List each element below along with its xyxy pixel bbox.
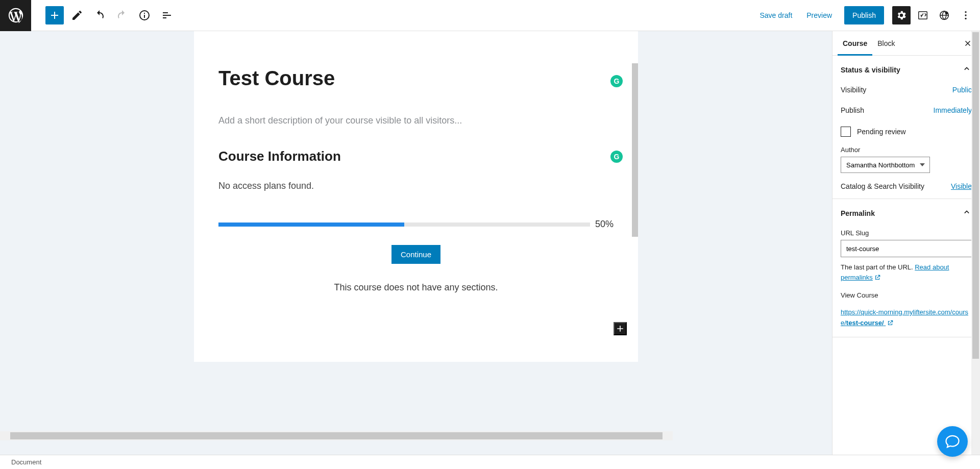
chevron-up-icon [962,207,972,219]
outline-button[interactable] [158,6,176,24]
tab-course[interactable]: Course [838,31,872,56]
external-link-icon [887,319,894,327]
horizontal-scrollbar[interactable] [0,431,673,440]
grammarly-icon[interactable]: G [610,75,623,87]
panel-status-visibility: Status & visibility Visibility Public Pu… [832,56,980,199]
sidebar-tabs: Course Block [832,31,980,56]
continue-button[interactable]: Continue [391,245,440,264]
llms-globe-button[interactable] [935,6,953,24]
view-course-label: View Course [841,291,972,299]
undo-button[interactable] [90,6,109,24]
append-block-button[interactable] [614,322,627,335]
svg-point-4 [965,14,966,16]
author-label: Author [841,146,972,154]
external-link-icon [874,274,881,281]
toolbar-left-group [0,0,176,31]
svg-point-3 [965,11,966,13]
breadcrumb[interactable]: Document [11,458,41,466]
publish-button[interactable]: Publish [844,6,884,24]
catalog-visibility-value[interactable]: Visible [951,182,972,190]
panel-permalink: Permalink URL Slug The last part of the … [832,199,980,337]
pending-review-row[interactable]: Pending review [841,127,972,137]
publish-label: Publish [841,106,864,114]
panel-title: Status & visibility [841,66,900,74]
edit-tool-button[interactable] [68,6,86,24]
progress-fill [218,223,404,227]
llms-editor-toggle-button[interactable] [914,6,932,24]
progress-bar [218,223,590,227]
author-select[interactable]: Samantha Northbottom [841,157,930,173]
pending-review-checkbox[interactable] [841,127,851,137]
no-access-plans-text: No access plans found. [218,181,614,191]
save-draft-button[interactable]: Save draft [752,6,799,24]
page-scrollbar[interactable] [971,31,980,455]
catalog-visibility-label: Catalog & Search Visibility [841,182,924,190]
course-description-placeholder[interactable]: Add a short description of your course v… [218,115,614,126]
toolbar-right-group: Save draft Preview Publish [752,0,980,31]
course-progress: 50% [218,219,614,230]
panel-header-status[interactable]: Status & visibility [841,64,972,76]
pending-review-label: Pending review [857,128,906,136]
add-block-button[interactable] [45,6,64,24]
content-scrollbar[interactable] [632,63,638,237]
more-options-button[interactable] [957,6,975,24]
editor-canvas: Test Course G Add a short description of… [0,31,832,455]
panel-title: Permalink [841,209,875,217]
chevron-up-icon [962,64,972,76]
editor-statusbar: Document [0,455,980,469]
publish-value[interactable]: Immediately [934,106,972,114]
tab-block[interactable]: Block [872,31,900,56]
panel-header-permalink[interactable]: Permalink [841,207,972,219]
slug-helper-text: The last part of the URL. Read about per… [841,262,972,282]
info-button[interactable] [135,6,154,24]
svg-point-2 [945,12,948,15]
progress-percent-label: 50% [595,219,614,230]
visibility-label: Visibility [841,86,866,94]
catalog-visibility-row: Catalog & Search Visibility Visible [841,182,972,190]
publish-row: Publish Immediately [841,106,972,114]
wordpress-logo-icon[interactable] [0,0,31,31]
redo-button[interactable] [113,6,131,24]
svg-point-5 [965,18,966,19]
permalink-url[interactable]: https://quick-morning.myliftersite.com/c… [841,307,972,329]
settings-sidebar: Course Block Status & visibility Visibil… [832,31,980,455]
url-slug-input[interactable] [841,240,972,257]
editor-top-toolbar: Save draft Preview Publish [0,0,980,31]
no-sections-text: This course does not have any sections. [218,282,614,293]
visibility-row: Visibility Public [841,86,972,94]
visibility-value[interactable]: Public [952,86,972,94]
course-title[interactable]: Test Course [218,67,614,90]
preview-button[interactable]: Preview [799,6,839,24]
settings-toggle-button[interactable] [892,6,911,24]
help-chat-button[interactable] [937,426,968,457]
course-information-heading: Course Information [218,149,614,164]
grammarly-icon[interactable]: G [610,151,623,163]
url-slug-label: URL Slug [841,229,972,237]
